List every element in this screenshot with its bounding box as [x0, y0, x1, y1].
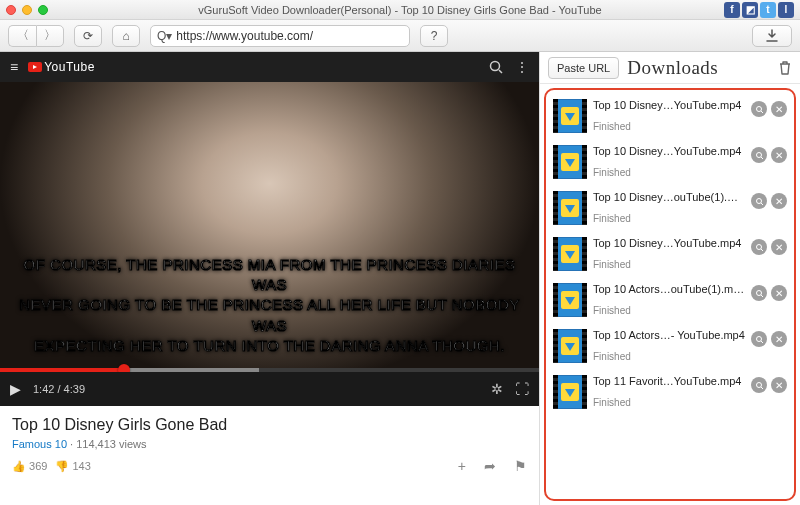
downloads-header: Paste URL Downloads — [540, 52, 800, 84]
video-meta: Top 10 Disney Girls Gone Bad Famous 10 ·… — [0, 406, 539, 456]
flag-icon[interactable]: ⚑ — [514, 458, 527, 474]
reveal-icon[interactable] — [751, 193, 767, 209]
download-filename: Top 10 Actors…- YouTube.mp4 — [593, 329, 745, 341]
download-filename: Top 11 Favorit…YouTube.mp4 — [593, 375, 745, 387]
download-item[interactable]: Top 10 Actors…ouTube(1).mp4Finished✕ — [551, 279, 789, 321]
download-filename: Top 10 Actors…ouTube(1).mp4 — [593, 283, 745, 295]
svg-line-15 — [761, 387, 763, 389]
reveal-icon[interactable] — [751, 285, 767, 301]
download-item[interactable]: Top 10 Disney…ouTube(1).mp4Finished✕ — [551, 187, 789, 229]
paste-url-button[interactable]: Paste URL — [548, 57, 619, 79]
download-filename: Top 10 Disney…YouTube.mp4 — [593, 99, 745, 111]
social-links: f ◩ t l — [724, 2, 794, 18]
home-button[interactable]: ⌂ — [112, 25, 140, 47]
remove-icon[interactable]: ✕ — [771, 377, 787, 393]
menu-icon[interactable]: ≡ — [10, 59, 18, 75]
svg-point-4 — [756, 152, 761, 157]
progress-played — [0, 368, 124, 372]
download-status: Finished — [593, 121, 745, 132]
svg-point-12 — [756, 336, 761, 341]
window-minimize-button[interactable] — [22, 5, 32, 15]
reveal-icon[interactable] — [751, 147, 767, 163]
svg-point-0 — [491, 62, 500, 71]
address-bar[interactable]: Q▾ https://www.youtube.com/ — [150, 25, 410, 47]
window-title: vGuruSoft Video Downloader(Personal) - T… — [0, 4, 800, 16]
download-thumb-icon — [553, 375, 587, 409]
download-filename: Top 10 Disney…YouTube.mp4 — [593, 145, 745, 157]
nav-back-forward: 〈 〉 — [8, 25, 64, 47]
downloads-title: Downloads — [627, 57, 718, 79]
remove-icon[interactable]: ✕ — [771, 239, 787, 255]
browser-viewport: ≡ YouTube ⋮ OF COURSE, THE PRINCESS MIA … — [0, 52, 540, 505]
video-subline: Famous 10 · 114,413 views — [12, 438, 527, 450]
reveal-icon[interactable] — [751, 101, 767, 117]
facebook-icon[interactable]: f — [724, 2, 740, 18]
remove-icon[interactable]: ✕ — [771, 193, 787, 209]
instagram-icon[interactable]: ◩ — [742, 2, 758, 18]
play-button[interactable]: ▶ — [10, 381, 21, 397]
view-count: 114,413 views — [76, 438, 146, 450]
video-title: Top 10 Disney Girls Gone Bad — [12, 416, 527, 434]
svg-point-2 — [756, 106, 761, 111]
share-icon[interactable]: ➦ — [484, 458, 496, 474]
download-item[interactable]: Top 10 Disney…YouTube.mp4Finished✕ — [551, 141, 789, 183]
channel-link[interactable]: Famous 10 — [12, 438, 67, 450]
svg-line-1 — [499, 70, 502, 73]
player-controls: ▶ 1:42 / 4:39 ✲ ⛶ — [0, 372, 539, 406]
download-thumb-icon — [553, 329, 587, 363]
remove-icon[interactable]: ✕ — [771, 101, 787, 117]
downloads-panel: Paste URL Downloads Top 10 Disney…YouTub… — [540, 52, 800, 505]
youtube-logo[interactable]: YouTube — [28, 60, 95, 74]
download-item[interactable]: Top 10 Actors…- YouTube.mp4Finished✕ — [551, 325, 789, 367]
progress-handle[interactable] — [118, 364, 130, 372]
twitter-icon[interactable]: t — [760, 2, 776, 18]
window-zoom-button[interactable] — [38, 5, 48, 15]
download-thumb-icon — [553, 99, 587, 133]
reveal-icon[interactable] — [751, 239, 767, 255]
download-filename: Top 10 Disney…YouTube.mp4 — [593, 237, 745, 249]
fullscreen-icon[interactable]: ⛶ — [515, 381, 529, 397]
remove-icon[interactable]: ✕ — [771, 285, 787, 301]
traffic-lights — [6, 5, 48, 15]
add-to-icon[interactable]: + — [458, 458, 466, 474]
download-thumb-icon — [553, 283, 587, 317]
time-display: 1:42 / 4:39 — [33, 383, 85, 395]
search-icon: Q▾ — [157, 29, 172, 43]
reload-button[interactable]: ⟳ — [74, 25, 102, 47]
remove-icon[interactable]: ✕ — [771, 331, 787, 347]
svg-line-13 — [761, 341, 763, 343]
download-status: Finished — [593, 397, 745, 408]
reveal-icon[interactable] — [751, 331, 767, 347]
help-button[interactable]: ? — [420, 25, 448, 47]
forward-button[interactable]: 〉 — [36, 25, 64, 47]
window-close-button[interactable] — [6, 5, 16, 15]
progress-bar[interactable] — [0, 368, 539, 372]
video-actions: 👍 369 👎 143 + ➦ ⚑ — [0, 456, 539, 476]
download-button[interactable] — [752, 25, 792, 47]
download-item[interactable]: Top 11 Favorit…YouTube.mp4Finished✕ — [551, 371, 789, 413]
youtube-topbar: ≡ YouTube ⋮ — [0, 52, 539, 82]
video-caption: OF COURSE, THE PRINCESS MIA FROM THE PRI… — [12, 255, 527, 356]
svg-line-7 — [761, 203, 763, 205]
remove-icon[interactable]: ✕ — [771, 147, 787, 163]
download-status: Finished — [593, 259, 745, 270]
downloads-list: Top 10 Disney…YouTube.mp4Finished✕Top 10… — [544, 88, 796, 501]
dislike-button[interactable]: 👎 143 — [55, 460, 90, 473]
video-player[interactable]: OF COURSE, THE PRINCESS MIA FROM THE PRI… — [0, 82, 539, 372]
reveal-icon[interactable] — [751, 377, 767, 393]
youtube-brand-text: YouTube — [44, 60, 95, 74]
settings-icon[interactable]: ✲ — [491, 381, 503, 397]
svg-point-14 — [756, 382, 761, 387]
download-item[interactable]: Top 10 Disney…YouTube.mp4Finished✕ — [551, 95, 789, 137]
trash-icon[interactable] — [778, 60, 792, 76]
like-button[interactable]: 👍 369 — [12, 460, 47, 473]
back-button[interactable]: 〈 — [8, 25, 36, 47]
svg-point-6 — [756, 198, 761, 203]
youtube-play-icon — [28, 62, 42, 72]
search-icon[interactable] — [489, 60, 503, 74]
download-status: Finished — [593, 213, 745, 224]
more-icon[interactable]: ⋮ — [515, 59, 529, 75]
download-item[interactable]: Top 10 Disney…YouTube.mp4Finished✕ — [551, 233, 789, 275]
linkedin-icon[interactable]: l — [778, 2, 794, 18]
svg-line-3 — [761, 111, 763, 113]
